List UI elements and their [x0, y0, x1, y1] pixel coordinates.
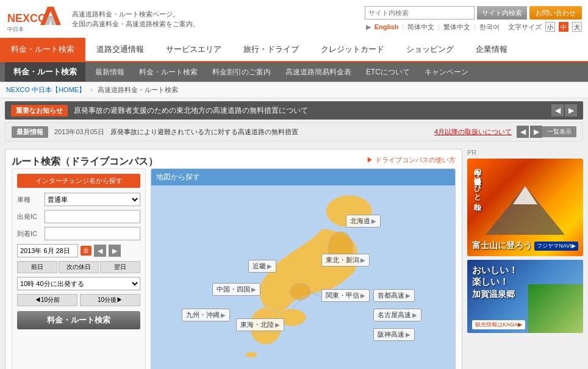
header: NEXCO 中日本 高速道路料金・ルート検索ページ。 全国の高速料金・高速道路検… — [0, 0, 588, 82]
date-prev-btn[interactable]: ◀ — [94, 245, 106, 257]
next-day-btn[interactable]: 翌日 — [100, 261, 140, 273]
lang-english[interactable]: English — [375, 23, 399, 30]
lang-chinese-trad[interactable]: 繁体中文 — [443, 23, 470, 32]
info-next-btn[interactable]: ▶ — [530, 126, 542, 138]
region-hanshin[interactable]: 阪神高速 ▶ — [373, 328, 415, 341]
info-prev-btn[interactable]: ◀ — [517, 126, 529, 138]
region-tokai-label: 東海・北陸 — [240, 320, 274, 329]
region-nagoya[interactable]: 名古屋高速 ▶ — [373, 309, 421, 321]
region-arrow: ▶ — [360, 257, 365, 263]
region-arrow: ▶ — [412, 312, 417, 318]
fuji-silhouette — [479, 180, 571, 241]
region-shutoko[interactable]: 首都高速 ▶ — [373, 289, 415, 302]
font-small-btn[interactable]: 小 — [545, 22, 555, 32]
fuji-banner[interactable]: 今年の富士登山はひと味わ 富士山に登ろう フジヤマNAVI▶ — [467, 159, 583, 256]
breadcrumb: NEXCO 中日本【HOME】 › 高速道路料金・ルート検索 — [0, 82, 588, 98]
nav-item-traffic[interactable]: 道路交通情報 — [85, 38, 155, 61]
font-large-btn[interactable]: 大 — [572, 22, 582, 32]
region-chugoku-label: 中国・四国 — [217, 285, 250, 294]
time-adjust: ◀10分前 10分後▶ — [17, 294, 140, 306]
lang-chinese-simple[interactable]: 简体中文 — [407, 23, 434, 32]
time-select[interactable]: 10時 40分に出発する — [17, 277, 140, 290]
list-button[interactable]: 一覧表示 — [542, 126, 576, 137]
sub-nav-etc[interactable]: ETCについて — [359, 63, 417, 82]
sub-nav-latest[interactable]: 最新情報 — [88, 63, 132, 82]
search-bar: サイト内検索 お問い合わせ — [365, 6, 582, 20]
notice-arrows: ◀ ▶ — [551, 104, 577, 116]
notice-next-btn[interactable]: ▶ — [565, 104, 577, 116]
region-hokkaido[interactable]: 北海道 ▶ — [346, 215, 381, 227]
route-search-title: ルート検索（ドライブコンパス） — [12, 156, 158, 167]
route-search-submit[interactable]: 料金・ルート検索 — [17, 311, 140, 329]
region-hokkaido-label: 北海道 — [350, 217, 370, 226]
drive-compass-link[interactable]: ▶ ドライブコンパスの使い方 — [367, 156, 456, 165]
breadcrumb-home[interactable]: NEXCO 中日本【HOME】 — [6, 86, 85, 93]
kaga-text: おいしい！ 楽しい！ 加賀温泉郷 — [472, 265, 518, 300]
breadcrumb-current: 高速道路料金・ルート検索 — [98, 86, 178, 93]
region-tokai[interactable]: 東海・北陸 ▶ — [236, 318, 284, 331]
day-buttons: 前日 次の休日 翌日 — [17, 261, 140, 273]
main-content: ▶ ドライブコンパスの使い方 ルート検索（ドライブコンパス） インターチェンジ名… — [0, 144, 588, 369]
notice-prev-btn[interactable]: ◀ — [551, 104, 564, 116]
region-kanto[interactable]: 関東・甲信 ▶ — [321, 289, 370, 302]
time-minus-btn[interactable]: ◀10分前 — [17, 294, 77, 306]
nav-item-company[interactable]: 企業情報 — [465, 38, 518, 61]
date-input[interactable] — [17, 244, 78, 257]
fuji-badge: フジヤマNAVI▶ — [534, 242, 578, 251]
nexco-logo: NEXCO 中日本 — [6, 4, 61, 34]
svg-marker-14 — [513, 186, 537, 204]
region-arrow: ▶ — [406, 331, 411, 338]
search-input[interactable] — [365, 6, 475, 20]
region-kinki[interactable]: 近畿 ▶ — [248, 260, 276, 273]
next-holiday-btn[interactable]: 次の休日 — [59, 261, 99, 273]
svg-point-8 — [246, 352, 257, 357]
sub-nav-campaign[interactable]: キャンペーン — [417, 63, 476, 82]
region-arrow: ▶ — [406, 292, 411, 299]
region-nagoya-label: 名古屋高速 — [378, 310, 411, 320]
header-top: NEXCO 中日本 高速道路料金・ルート検索ページ。 全国の高速料金・高速道路検… — [0, 0, 588, 38]
region-arrow: ▶ — [275, 321, 280, 328]
japan-map-svg — [151, 185, 455, 369]
route-search-box: ▶ ドライブコンパスの使い方 ルート検索（ドライブコンパス） インターチェンジ名… — [5, 149, 462, 369]
region-tohoku[interactable]: 東北・新潟 ▶ — [321, 254, 370, 267]
pr-label: PR — [467, 149, 583, 156]
vehicle-select[interactable]: 普通車 — [45, 193, 140, 206]
lang-korean[interactable]: 한국어 — [479, 23, 500, 32]
sub-nav-toll-table[interactable]: 高速道路簡易料金表 — [278, 63, 359, 82]
contact-button[interactable]: お問い合わせ — [529, 6, 582, 20]
font-medium-btn[interactable]: 中 — [559, 22, 568, 32]
region-shutoko-label: 首都高速 — [378, 291, 404, 300]
sub-nav-route-search[interactable]: 料金・ルート検索 — [132, 63, 205, 82]
region-arrow: ▶ — [371, 218, 376, 224]
search-button[interactable]: サイト内検索 — [477, 6, 527, 20]
region-kyushu[interactable]: 九州・沖縄 ▶ — [182, 309, 230, 321]
nav-item-shopping[interactable]: ショッピング — [395, 38, 465, 61]
region-kanto-label: 関東・甲信 — [326, 291, 359, 300]
date-row: 金 ◀ ▶ — [17, 244, 140, 257]
sub-nav-title: 料金・ルート検索 — [5, 62, 85, 82]
sub-nav-discount[interactable]: 料金割引のご案内 — [205, 63, 278, 82]
map-area: 地図から探す — [151, 168, 456, 369]
nav-item-travel[interactable]: 旅行・ドライブ — [232, 38, 310, 61]
time-row: 10時 40分に出発する — [17, 277, 140, 290]
date-next-btn[interactable]: ▶ — [109, 245, 121, 257]
depart-row: 出発IC — [17, 210, 140, 223]
prev-day-btn[interactable]: 前日 — [17, 261, 57, 273]
language-bar: ▶ English | 简体中文 | 繁体中文 | 한국어 文字サイズ 小 中 … — [366, 22, 582, 32]
route-search-inner: インターチェンジ名から探す 車種 普通車 出発IC 到着IC — [12, 168, 456, 369]
depart-input[interactable] — [45, 210, 140, 223]
arrive-input[interactable] — [45, 227, 140, 240]
region-hanshin-label: 阪神高速 — [378, 330, 404, 339]
info-link[interactable]: 4月以降の取扱いについて — [434, 127, 512, 137]
nav-item-credit[interactable]: クレジットカード — [310, 38, 395, 61]
map-content: 北海道 ▶ 東北・新潟 ▶ 近畿 ▶ 中国・四国 — [151, 185, 455, 369]
kaga-banner[interactable]: おいしい！ 楽しい！ 加賀温泉郷 観光情報はKAGA▶ — [467, 260, 583, 333]
svg-text:中日本: 中日本 — [7, 26, 24, 32]
nav-item-route[interactable]: 料金・ルート検索 — [0, 38, 85, 61]
header-right: サイト内検索 お問い合わせ ▶ English | 简体中文 | 繁体中文 | … — [365, 6, 582, 32]
day-badge: 金 — [81, 246, 91, 256]
nav-item-service[interactable]: サービスエリア — [155, 38, 232, 61]
region-chugoku[interactable]: 中国・四国 ▶ — [212, 283, 260, 296]
time-plus-btn[interactable]: 10分後▶ — [80, 294, 140, 306]
region-kinki-label: 近畿 — [253, 262, 266, 271]
